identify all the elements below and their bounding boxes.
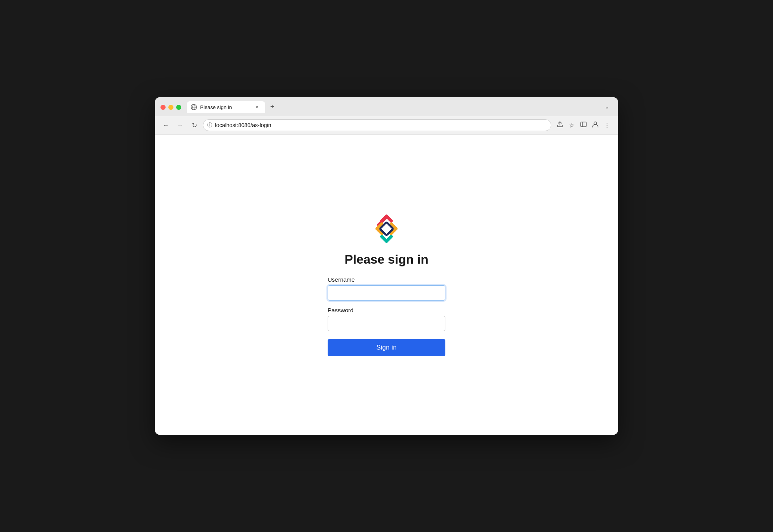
login-form-container: Please sign in Username Password Sign in	[328, 213, 445, 356]
page-content: Please sign in Username Password Sign in	[155, 135, 618, 435]
more-button[interactable]: ⋮	[602, 120, 613, 131]
more-icon: ⋮	[604, 122, 610, 129]
new-tab-button[interactable]: +	[267, 101, 278, 112]
username-group: Username	[328, 276, 445, 301]
share-icon	[557, 121, 563, 129]
title-bar-top: Please sign in ✕ + ⌄	[160, 101, 613, 116]
security-icon: ⓘ	[207, 122, 212, 129]
active-tab[interactable]: Please sign in ✕	[187, 101, 265, 113]
address-text: localhost:8080/as-login	[215, 122, 271, 128]
tab-close-button[interactable]: ✕	[253, 104, 260, 110]
bookmark-button[interactable]: ☆	[566, 120, 577, 131]
reload-button[interactable]: ↻	[189, 120, 200, 131]
sidebar-button[interactable]	[578, 120, 589, 131]
back-icon: ←	[163, 122, 169, 129]
bookmark-icon: ☆	[569, 122, 574, 129]
nav-bar: ← → ↻ ⓘ localhost:8080/as-login ☆	[155, 116, 618, 135]
close-button[interactable]	[160, 105, 166, 110]
back-button[interactable]: ←	[160, 120, 171, 131]
nav-actions: ☆ ⋮	[554, 120, 613, 131]
tab-title: Please sign in	[200, 104, 250, 110]
username-label: Username	[328, 276, 445, 283]
profile-icon	[592, 121, 599, 129]
sign-in-button[interactable]: Sign in	[328, 339, 445, 356]
browser-window: Please sign in ✕ + ⌄ ← → ↻ ⓘ localhost:8…	[155, 97, 618, 435]
tab-dropdown-button[interactable]: ⌄	[602, 101, 613, 112]
app-logo	[371, 213, 402, 244]
forward-icon: →	[177, 122, 183, 129]
maximize-button[interactable]	[176, 105, 181, 110]
sidebar-icon	[580, 121, 587, 129]
password-label: Password	[328, 307, 445, 313]
profile-button[interactable]	[590, 120, 601, 131]
address-bar[interactable]: ⓘ localhost:8080/as-login	[203, 119, 551, 131]
password-group: Password	[328, 307, 445, 331]
tab-bar: Please sign in ✕ + ⌄	[187, 101, 613, 113]
reload-icon: ↻	[192, 122, 197, 129]
minimize-button[interactable]	[168, 105, 173, 110]
password-input[interactable]	[328, 316, 445, 331]
svg-rect-3	[581, 122, 586, 127]
share-button[interactable]	[554, 120, 565, 131]
traffic-lights	[160, 105, 181, 110]
page-heading: Please sign in	[345, 252, 428, 267]
tab-favicon-icon	[191, 104, 197, 110]
forward-button[interactable]: →	[175, 120, 186, 131]
title-bar: Please sign in ✕ + ⌄	[155, 97, 618, 116]
username-input[interactable]	[328, 285, 445, 301]
